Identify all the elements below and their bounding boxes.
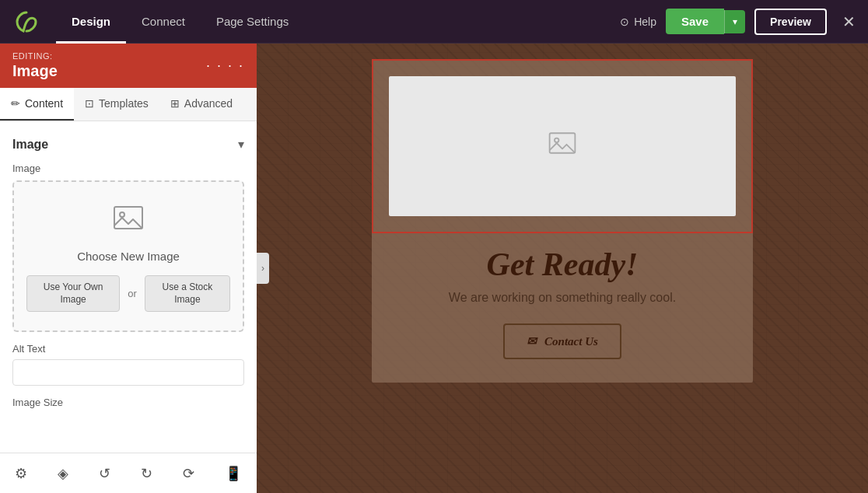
- use-own-image-button[interactable]: Use Your Own Image: [26, 275, 120, 312]
- dots-menu-icon[interactable]: · · · ·: [206, 58, 244, 74]
- settings-icon[interactable]: ⚙: [4, 459, 38, 488]
- left-panel: EDITING: Image · · · · ✏ Content ⊡ Templ…: [0, 44, 257, 493]
- logo-icon[interactable]: [12, 8, 40, 36]
- advanced-icon: ⊞: [170, 97, 180, 110]
- image-canvas-icon: [547, 128, 578, 165]
- main-area: EDITING: Image · · · · ✏ Content ⊡ Templ…: [0, 44, 868, 493]
- image-field-label: Image: [12, 163, 244, 174]
- help-button[interactable]: ⊙ Help: [620, 16, 656, 28]
- layers-icon[interactable]: ◈: [47, 459, 79, 488]
- image-widget[interactable]: [372, 59, 753, 233]
- envelope-icon: ✉: [527, 334, 537, 348]
- contact-us-button[interactable]: ✉ Contact Us: [503, 323, 621, 359]
- or-text: or: [128, 288, 137, 299]
- bottom-toolbar: ⚙ ◈ ↺ ↻ ⟳ 📱: [0, 453, 257, 493]
- close-button[interactable]: ✕: [842, 12, 856, 31]
- svg-point-3: [555, 138, 558, 142]
- preview-button[interactable]: Preview: [754, 9, 827, 35]
- use-stock-image-button[interactable]: Use a Stock Image: [145, 275, 230, 312]
- svg-point-1: [120, 212, 124, 217]
- canvas-heading: Get Ready!: [487, 246, 639, 283]
- sub-tab-templates[interactable]: ⊡ Templates: [74, 88, 159, 121]
- refresh-icon[interactable]: ⟳: [172, 459, 205, 488]
- nav-tab-design[interactable]: Design: [56, 0, 126, 44]
- sub-tab-content[interactable]: ✏ Content: [0, 88, 74, 121]
- chevron-down-icon[interactable]: ▾: [238, 137, 244, 152]
- help-circle-icon: ⊙: [620, 16, 629, 28]
- canvas-subtext: We are working on something really cool.: [449, 291, 676, 305]
- page-container: Get Ready! We are working on something r…: [372, 59, 753, 383]
- save-button[interactable]: Save: [666, 9, 724, 34]
- sub-tabs: ✏ Content ⊡ Templates ⊞ Advanced: [0, 88, 257, 121]
- image-size-label: Image Size: [12, 397, 244, 408]
- image-placeholder-box: [389, 76, 736, 216]
- image-placeholder-icon: [26, 201, 230, 242]
- save-group: Save ▾: [666, 9, 745, 34]
- editing-label: EDITING:: [12, 51, 58, 61]
- sub-tab-advanced[interactable]: ⊞ Advanced: [159, 88, 243, 121]
- help-label: Help: [634, 16, 656, 28]
- image-section-header: Image ▾: [12, 137, 244, 152]
- nav-tab-connect[interactable]: Connect: [126, 0, 201, 44]
- editing-title: Image: [12, 62, 58, 80]
- save-dropdown-button[interactable]: ▾: [724, 10, 745, 33]
- pencil-icon: ✏: [11, 97, 20, 110]
- undo-icon[interactable]: ↺: [88, 459, 121, 488]
- choose-image-text: Choose New Image: [26, 250, 230, 263]
- image-section-title: Image: [12, 138, 48, 152]
- contact-btn-label: Contact Us: [544, 335, 598, 348]
- top-navigation: Design Connect Page Settings ⊙ Help Save…: [0, 0, 868, 44]
- panel-content: Image ▾ Image Choose New Image Use Your …: [0, 121, 257, 453]
- collapse-panel-tab[interactable]: ›: [257, 253, 269, 284]
- image-actions: Use Your Own Image or Use a Stock Image: [26, 275, 230, 312]
- alt-text-label: Alt Text: [12, 343, 244, 355]
- alt-text-input[interactable]: [12, 359, 244, 386]
- redo-icon[interactable]: ↻: [130, 459, 163, 488]
- nav-tabs: Design Connect Page Settings: [56, 0, 620, 44]
- template-icon: ⊡: [85, 97, 94, 110]
- nav-right: ⊙ Help Save ▾ Preview ✕: [620, 9, 856, 35]
- mobile-icon[interactable]: 📱: [214, 459, 253, 488]
- editing-header: EDITING: Image · · · ·: [0, 44, 257, 88]
- image-upload-area[interactable]: Choose New Image Use Your Own Image or U…: [12, 180, 244, 332]
- nav-tab-page-settings[interactable]: Page Settings: [201, 0, 304, 44]
- canvas-area: Get Ready! We are working on something r…: [257, 44, 868, 493]
